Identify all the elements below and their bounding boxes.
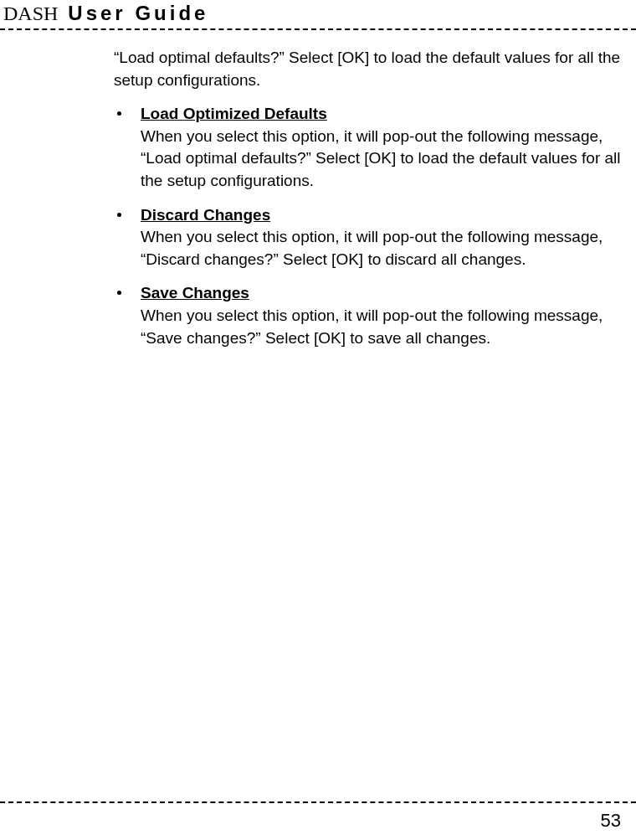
header-title: User Guide	[68, 2, 208, 25]
page-number: 53	[0, 810, 636, 832]
page-content: “Load optimal defaults?” Select [OK] to …	[114, 30, 636, 349]
bullet-icon	[117, 291, 121, 295]
item-title: Load Optimized Defaults	[141, 105, 327, 122]
item-text: When you select this option, it will pop…	[141, 127, 621, 189]
list-item: Load Optimized Defaults When you select …	[114, 103, 636, 192]
list-item: Discard Changes When you select this opt…	[114, 204, 636, 271]
options-list: Load Optimized Defaults When you select …	[114, 103, 636, 349]
item-title: Save Changes	[141, 284, 249, 301]
item-text: When you select this option, it will pop…	[141, 307, 603, 347]
header-brand: DASH	[3, 3, 58, 25]
bullet-icon	[117, 111, 121, 116]
list-item: Save Changes When you select this option…	[114, 282, 636, 349]
bullet-icon	[117, 213, 121, 217]
item-text: When you select this option, it will pop…	[141, 228, 603, 268]
intro-paragraph: “Load optimal defaults?” Select [OK] to …	[114, 47, 636, 91]
item-title: Discard Changes	[141, 206, 270, 224]
page-header: DASH User Guide	[0, 0, 636, 30]
footer-divider	[0, 801, 636, 803]
page-footer: 53	[0, 801, 636, 832]
